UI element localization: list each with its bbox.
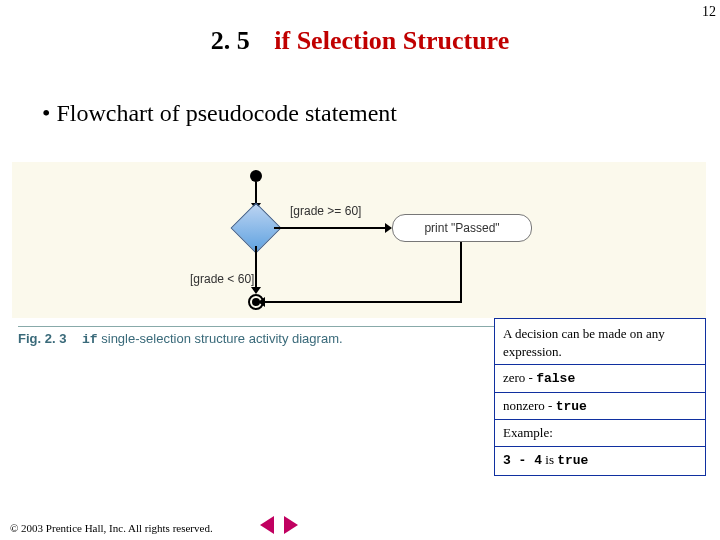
note-box: A decision can be made on any expression… <box>494 318 706 476</box>
action-node: print "Passed" <box>392 214 532 242</box>
guard-false-label: [grade < 60] <box>190 272 254 286</box>
guard-true-label: [grade >= 60] <box>290 204 361 218</box>
caption-keyword: if <box>82 332 98 347</box>
note-expr: 3 - 4 <box>503 453 542 468</box>
copyright-footer: © 2003 Prentice Hall, Inc. All rights re… <box>10 522 213 534</box>
note-line: Example: <box>503 424 697 442</box>
title-text: if Selection Structure <box>274 26 509 55</box>
divider <box>495 364 705 365</box>
note-value: true <box>557 453 588 468</box>
bullet-text: • Flowchart of pseudocode statement <box>42 100 397 127</box>
note-line: nonzero - true <box>503 397 697 416</box>
note-line: A decision can be made on any expression… <box>503 325 697 360</box>
note-value: false <box>536 371 575 386</box>
start-node-icon <box>250 170 262 182</box>
title-number: 2. 5 <box>211 26 250 55</box>
note-label: nonzero - <box>503 398 556 413</box>
divider <box>495 392 705 393</box>
figure-number: Fig. 2. 3 <box>18 331 66 346</box>
flowchart: [grade >= 60] print "Passed" [grade < 60… <box>12 162 706 318</box>
arrow-icon <box>255 246 257 288</box>
page-number: 12 <box>702 4 716 20</box>
next-slide-icon[interactable] <box>284 516 298 534</box>
note-line: 3 - 4 is true <box>503 451 697 470</box>
divider <box>495 419 705 420</box>
arrow-icon <box>264 301 462 303</box>
arrow-icon <box>274 227 386 229</box>
connector-line <box>460 242 462 302</box>
note-line: zero - false <box>503 369 697 388</box>
prev-slide-icon[interactable] <box>260 516 274 534</box>
caption-text: single-selection structure activity diag… <box>98 331 343 346</box>
slide-nav <box>260 516 298 534</box>
slide-title: 2. 5 if Selection Structure <box>0 26 720 56</box>
note-label: zero - <box>503 370 536 385</box>
note-value: true <box>556 399 587 414</box>
note-text: is <box>542 452 557 467</box>
arrow-icon <box>255 182 257 204</box>
divider <box>495 446 705 447</box>
